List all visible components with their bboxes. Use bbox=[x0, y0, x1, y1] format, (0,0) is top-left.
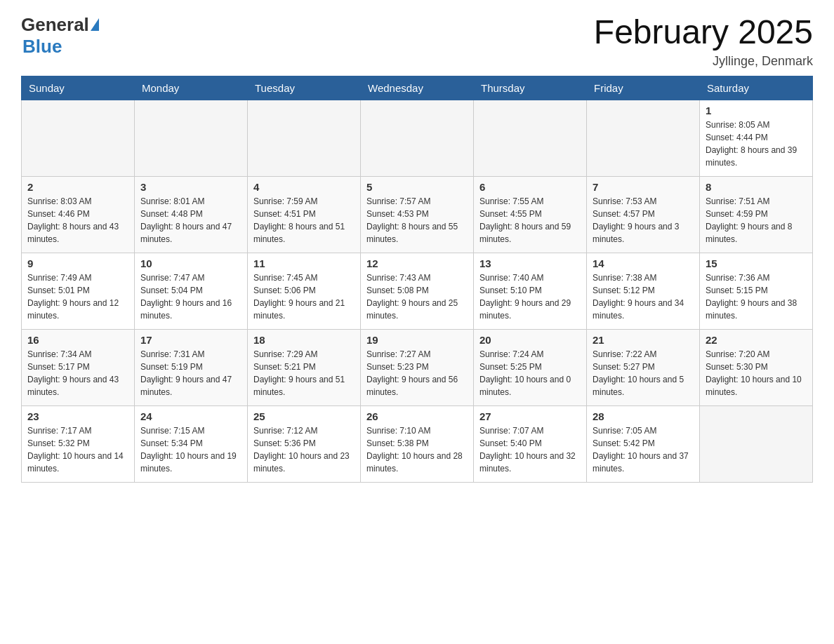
day-number: 22 bbox=[706, 334, 807, 346]
calendar-cell bbox=[135, 100, 248, 176]
sun-info: Sunrise: 7:07 AMSunset: 5:40 PMDaylight:… bbox=[479, 424, 581, 475]
logo: General Blue bbox=[21, 14, 99, 58]
calendar-cell: 6Sunrise: 7:55 AMSunset: 4:55 PMDaylight… bbox=[474, 176, 587, 253]
sun-info: Sunrise: 7:12 AMSunset: 5:36 PMDaylight:… bbox=[253, 424, 355, 475]
sun-info: Sunrise: 7:10 AMSunset: 5:38 PMDaylight:… bbox=[366, 424, 468, 475]
calendar-cell bbox=[587, 100, 700, 176]
day-number: 5 bbox=[366, 181, 468, 193]
location-subtitle: Jyllinge, Denmark bbox=[594, 54, 813, 69]
sun-info: Sunrise: 7:36 AMSunset: 5:15 PMDaylight:… bbox=[706, 271, 807, 322]
calendar-cell: 26Sunrise: 7:10 AMSunset: 5:38 PMDayligh… bbox=[361, 405, 474, 482]
sun-info: Sunrise: 7:43 AMSunset: 5:08 PMDaylight:… bbox=[366, 271, 468, 322]
sun-info: Sunrise: 7:51 AMSunset: 4:59 PMDaylight:… bbox=[706, 195, 807, 246]
day-number: 18 bbox=[253, 334, 355, 346]
calendar-cell bbox=[474, 100, 587, 176]
calendar-cell: 23Sunrise: 7:17 AMSunset: 5:32 PMDayligh… bbox=[22, 405, 135, 482]
page-header: General Blue February 2025 Jyllinge, Den… bbox=[21, 14, 813, 69]
day-number: 1 bbox=[706, 105, 807, 116]
weekday-header-thursday: Thursday bbox=[474, 76, 587, 100]
day-number: 11 bbox=[253, 257, 355, 269]
weekday-header-saturday: Saturday bbox=[700, 76, 813, 100]
calendar-cell: 25Sunrise: 7:12 AMSunset: 5:36 PMDayligh… bbox=[248, 405, 361, 482]
calendar-week-row: 16Sunrise: 7:34 AMSunset: 5:17 PMDayligh… bbox=[22, 329, 813, 405]
day-number: 21 bbox=[593, 334, 694, 346]
calendar-cell: 11Sunrise: 7:45 AMSunset: 5:06 PMDayligh… bbox=[248, 253, 361, 329]
weekday-header-row: SundayMondayTuesdayWednesdayThursdayFrid… bbox=[22, 76, 813, 100]
sun-info: Sunrise: 7:31 AMSunset: 5:19 PMDaylight:… bbox=[140, 348, 241, 398]
sun-info: Sunrise: 7:22 AMSunset: 5:27 PMDaylight:… bbox=[593, 348, 694, 398]
sun-info: Sunrise: 7:57 AMSunset: 4:53 PMDaylight:… bbox=[366, 195, 468, 246]
sun-info: Sunrise: 7:59 AMSunset: 4:51 PMDaylight:… bbox=[253, 195, 355, 246]
day-number: 4 bbox=[253, 181, 355, 193]
day-number: 25 bbox=[253, 410, 355, 422]
calendar-cell: 1Sunrise: 8:05 AMSunset: 4:44 PMDaylight… bbox=[700, 100, 813, 176]
weekday-header-tuesday: Tuesday bbox=[248, 76, 361, 100]
calendar-cell bbox=[361, 100, 474, 176]
weekday-header-monday: Monday bbox=[135, 76, 248, 100]
day-number: 9 bbox=[27, 257, 128, 269]
title-block: February 2025 Jyllinge, Denmark bbox=[594, 14, 813, 69]
logo-triangle-icon bbox=[91, 18, 99, 31]
calendar-cell: 5Sunrise: 7:57 AMSunset: 4:53 PMDaylight… bbox=[361, 176, 474, 253]
day-number: 28 bbox=[593, 410, 694, 422]
calendar-week-row: 9Sunrise: 7:49 AMSunset: 5:01 PMDaylight… bbox=[22, 253, 813, 329]
day-number: 15 bbox=[706, 257, 807, 269]
calendar-cell bbox=[22, 100, 135, 176]
day-number: 14 bbox=[593, 257, 694, 269]
sun-info: Sunrise: 8:03 AMSunset: 4:46 PMDaylight:… bbox=[27, 195, 128, 246]
calendar-cell: 4Sunrise: 7:59 AMSunset: 4:51 PMDaylight… bbox=[248, 176, 361, 253]
calendar-week-row: 1Sunrise: 8:05 AMSunset: 4:44 PMDaylight… bbox=[22, 100, 813, 176]
weekday-header-sunday: Sunday bbox=[22, 76, 135, 100]
sun-info: Sunrise: 7:34 AMSunset: 5:17 PMDaylight:… bbox=[27, 348, 128, 398]
sun-info: Sunrise: 7:27 AMSunset: 5:23 PMDaylight:… bbox=[366, 348, 468, 398]
calendar-cell: 3Sunrise: 8:01 AMSunset: 4:48 PMDaylight… bbox=[135, 176, 248, 253]
calendar-week-row: 23Sunrise: 7:17 AMSunset: 5:32 PMDayligh… bbox=[22, 405, 813, 482]
calendar-cell: 21Sunrise: 7:22 AMSunset: 5:27 PMDayligh… bbox=[587, 329, 700, 405]
day-number: 7 bbox=[593, 181, 694, 193]
day-number: 19 bbox=[366, 334, 468, 346]
day-number: 10 bbox=[140, 257, 241, 269]
sun-info: Sunrise: 7:29 AMSunset: 5:21 PMDaylight:… bbox=[253, 348, 355, 398]
sun-info: Sunrise: 7:38 AMSunset: 5:12 PMDaylight:… bbox=[593, 271, 694, 322]
calendar-cell: 13Sunrise: 7:40 AMSunset: 5:10 PMDayligh… bbox=[474, 253, 587, 329]
day-number: 2 bbox=[27, 181, 128, 193]
calendar-cell: 28Sunrise: 7:05 AMSunset: 5:42 PMDayligh… bbox=[587, 405, 700, 482]
calendar-cell: 15Sunrise: 7:36 AMSunset: 5:15 PMDayligh… bbox=[700, 253, 813, 329]
day-number: 17 bbox=[140, 334, 241, 346]
calendar-cell: 16Sunrise: 7:34 AMSunset: 5:17 PMDayligh… bbox=[22, 329, 135, 405]
sun-info: Sunrise: 7:45 AMSunset: 5:06 PMDaylight:… bbox=[253, 271, 355, 322]
day-number: 6 bbox=[479, 181, 581, 193]
calendar-cell: 19Sunrise: 7:27 AMSunset: 5:23 PMDayligh… bbox=[361, 329, 474, 405]
day-number: 23 bbox=[27, 410, 128, 422]
day-number: 27 bbox=[479, 410, 581, 422]
sun-info: Sunrise: 7:20 AMSunset: 5:30 PMDaylight:… bbox=[706, 348, 807, 398]
calendar-cell: 20Sunrise: 7:24 AMSunset: 5:25 PMDayligh… bbox=[474, 329, 587, 405]
sun-info: Sunrise: 8:01 AMSunset: 4:48 PMDaylight:… bbox=[140, 195, 241, 246]
sun-info: Sunrise: 7:17 AMSunset: 5:32 PMDaylight:… bbox=[27, 424, 128, 475]
day-number: 3 bbox=[140, 181, 241, 193]
weekday-header-wednesday: Wednesday bbox=[361, 76, 474, 100]
sun-info: Sunrise: 7:47 AMSunset: 5:04 PMDaylight:… bbox=[140, 271, 241, 322]
calendar-cell: 12Sunrise: 7:43 AMSunset: 5:08 PMDayligh… bbox=[361, 253, 474, 329]
day-number: 13 bbox=[479, 257, 581, 269]
calendar-cell: 10Sunrise: 7:47 AMSunset: 5:04 PMDayligh… bbox=[135, 253, 248, 329]
sun-info: Sunrise: 7:24 AMSunset: 5:25 PMDaylight:… bbox=[479, 348, 581, 398]
calendar-cell: 14Sunrise: 7:38 AMSunset: 5:12 PMDayligh… bbox=[587, 253, 700, 329]
day-number: 16 bbox=[27, 334, 128, 346]
calendar-cell: 7Sunrise: 7:53 AMSunset: 4:57 PMDaylight… bbox=[587, 176, 700, 253]
calendar-cell bbox=[700, 405, 813, 482]
day-number: 20 bbox=[479, 334, 581, 346]
month-title: February 2025 bbox=[594, 14, 813, 51]
day-number: 8 bbox=[706, 181, 807, 193]
calendar-cell bbox=[248, 100, 361, 176]
day-number: 26 bbox=[366, 410, 468, 422]
calendar-cell: 27Sunrise: 7:07 AMSunset: 5:40 PMDayligh… bbox=[474, 405, 587, 482]
sun-info: Sunrise: 8:05 AMSunset: 4:44 PMDaylight:… bbox=[706, 119, 807, 169]
sun-info: Sunrise: 7:49 AMSunset: 5:01 PMDaylight:… bbox=[27, 271, 128, 322]
calendar-cell: 9Sunrise: 7:49 AMSunset: 5:01 PMDaylight… bbox=[22, 253, 135, 329]
calendar-table: SundayMondayTuesdayWednesdayThursdayFrid… bbox=[21, 76, 813, 483]
calendar-cell: 8Sunrise: 7:51 AMSunset: 4:59 PMDaylight… bbox=[700, 176, 813, 253]
logo-blue-text: Blue bbox=[22, 36, 62, 58]
day-number: 12 bbox=[366, 257, 468, 269]
calendar-cell: 2Sunrise: 8:03 AMSunset: 4:46 PMDaylight… bbox=[22, 176, 135, 253]
